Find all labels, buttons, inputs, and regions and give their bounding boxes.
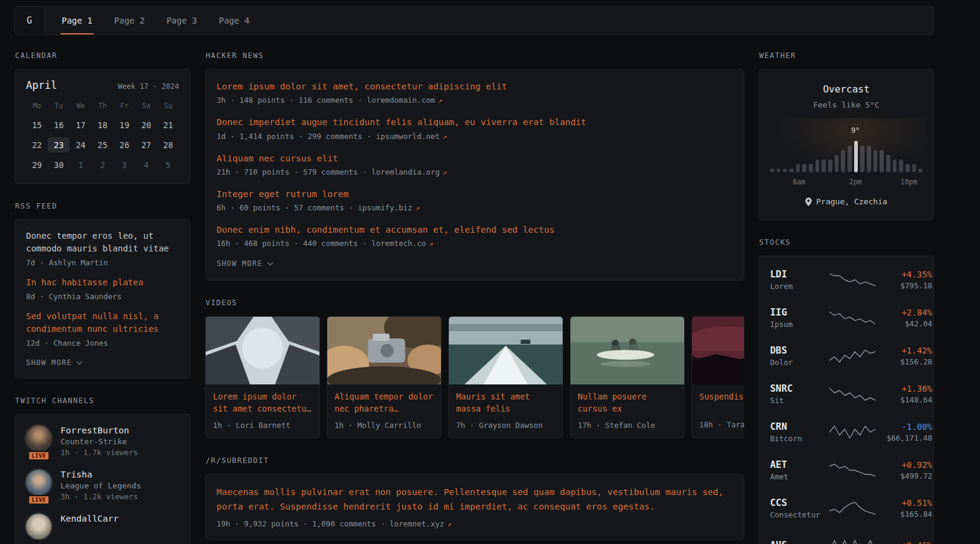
- tab-page-2[interactable]: Page 2: [111, 7, 148, 34]
- calendar-day: 20: [136, 117, 157, 132]
- stock-name: Bitcorn: [770, 434, 829, 443]
- channel-game: Counter-Strike: [60, 437, 138, 446]
- hn-story-link[interactable]: Aliquam nec cursus elit: [217, 152, 733, 164]
- rss-item: Sed volutpat nulla nisl, a condimentum n…: [26, 310, 179, 348]
- video-thumbnail[interactable]: [206, 317, 319, 384]
- hn-show-more-button[interactable]: SHOW MORE: [217, 259, 733, 268]
- section-title-subreddit: /R/SUBREDDIT: [206, 456, 743, 465]
- rss-item: In hac habitasse platea 8d · Cynthia Sau…: [26, 276, 179, 301]
- video-thumbnail[interactable]: [327, 317, 441, 384]
- hn-story: Donec enim nibh, condimentum et accumsan…: [217, 224, 733, 248]
- stock-change: +0.51%: [875, 498, 932, 508]
- stock-values: +0.92% $499.72: [875, 460, 932, 481]
- rss-card: Donec tempor eros leo, ut commodo mauris…: [15, 219, 191, 378]
- stock-row: AET Amet +0.92% $499.72: [770, 451, 923, 489]
- weather-widget: WEATHER Overcast Feels like 5°C 9° 6am 2…: [759, 51, 934, 220]
- stock-price: $499.72: [875, 471, 932, 481]
- stock-price: $148.64: [875, 395, 932, 404]
- app-logo[interactable]: G: [15, 7, 44, 34]
- calendar-day: 17: [70, 117, 91, 132]
- twitch-card: LIVE ForrestBurton Counter-Strike 1h · 1…: [15, 414, 191, 544]
- subreddit-post-link[interactable]: Maecenas mollis pulvinar erat non posuer…: [217, 485, 733, 514]
- stock-values: +0.46%: [875, 540, 932, 544]
- stock-change: -1.00%: [875, 422, 932, 432]
- calendar-day-next-month: 5: [157, 157, 179, 172]
- weekday-label: Fr: [114, 102, 136, 110]
- video-card: Nullam posuere cursus ex 17h · Stefan Co…: [570, 316, 685, 438]
- hn-story-domain-link[interactable]: ipsumify.biz↗: [358, 203, 420, 212]
- stock-name: Sit: [770, 396, 829, 405]
- hacker-news-card: Lorem ipsum dolor sit amet, consectetur …: [205, 69, 744, 280]
- channel-info: KendallCarr: [60, 514, 119, 539]
- stock-sparkline: [829, 272, 875, 288]
- hn-story-domain-link[interactable]: loremtech.co↗: [371, 239, 434, 248]
- video-thumbnail[interactable]: [449, 317, 563, 384]
- video-title-link[interactable]: Nullam posuere cursus ex: [570, 384, 684, 415]
- calendar-day: 19: [114, 117, 136, 132]
- rss-item-link[interactable]: Donec tempor eros leo, ut commodo mauris…: [26, 230, 179, 255]
- rss-item-link[interactable]: Sed volutpat nulla nisl, a condimentum n…: [26, 310, 179, 335]
- stock-sparkline: [829, 348, 875, 364]
- video-title-link[interactable]: Aliquam tempor dolor nec pharetra…: [327, 384, 441, 415]
- hn-story-link[interactable]: Lorem ipsum dolor sit amet, consectetur …: [217, 80, 733, 92]
- channel-name: KendallCarr: [60, 514, 119, 523]
- video-meta: 17h · Stefan Cole: [570, 415, 684, 438]
- video-thumbnail[interactable]: [692, 317, 744, 384]
- video-title-link[interactable]: Lorem ipsum dolor sit amet consectetu…: [206, 384, 319, 415]
- calendar-day: 27: [136, 137, 157, 152]
- calendar-week-year: Week 17 · 2024: [118, 82, 179, 91]
- weather-hourly-bars: 9°: [770, 126, 923, 172]
- tab-page-4[interactable]: Page 4: [216, 7, 253, 34]
- video-thumbnail[interactable]: [570, 317, 684, 384]
- stock-symbol: SNRC: [770, 383, 829, 394]
- stock-change: +1.42%: [875, 346, 932, 355]
- tab-page-3[interactable]: Page 3: [163, 7, 200, 34]
- middle-column: HACKER NEWS Lorem ipsum dolor sit amet, …: [205, 51, 744, 544]
- time-label: 10pm: [900, 178, 917, 186]
- calendar-day: 21: [157, 117, 179, 132]
- stock-name: Lorem: [770, 282, 829, 291]
- weather-peak-temp: 9°: [851, 126, 860, 135]
- video-title-link[interactable]: Mauris sit amet massa felis: [449, 384, 563, 415]
- stock-price: $66,171.48: [875, 433, 932, 442]
- channel-game: League of Legends: [60, 481, 141, 490]
- chevron-down-icon: [267, 260, 273, 266]
- hn-story-link[interactable]: Donec enim nibh, condimentum et accumsan…: [217, 224, 733, 236]
- calendar-day-selected: 23: [48, 137, 70, 152]
- twitch-channel[interactable]: LIVE Trisha League of Legends 3h · 1.2k …: [26, 470, 179, 501]
- stock-id: DBS Dolor: [770, 345, 829, 367]
- location-pin-icon: [805, 198, 812, 206]
- weekday-label: We: [70, 102, 91, 110]
- hn-story-link[interactable]: Integer eget rutrum lorem: [217, 188, 733, 200]
- rss-item-link[interactable]: In hac habitasse platea: [26, 276, 179, 289]
- twitch-channel[interactable]: LIVE ForrestBurton Counter-Strike 1h · 1…: [26, 426, 179, 457]
- weekday-label: Th: [91, 102, 113, 110]
- video-title-link[interactable]: Suspendisse diam: [692, 384, 744, 415]
- stock-sparkline: [829, 424, 875, 440]
- hn-story: Donec imperdiet augue tincidunt felis al…: [217, 116, 733, 140]
- stock-row: CRN Bitcorn -1.00% $66,171.48: [770, 413, 923, 451]
- hn-story-domain-link[interactable]: loremlandia.org↗: [371, 167, 447, 176]
- twitch-channel[interactable]: KendallCarr: [26, 514, 179, 539]
- external-link-icon: ↗: [438, 96, 442, 105]
- video-meta: 18h · Tara: [692, 415, 744, 437]
- rss-show-more-button[interactable]: SHOW MORE: [26, 358, 179, 367]
- calendar-weekday-row: Mo Tu We Th Fr Sa Su: [26, 102, 179, 110]
- tab-page-1[interactable]: Page 1: [59, 7, 96, 34]
- hn-story-domain-link[interactable]: loremdomain.com↗: [367, 96, 442, 105]
- hn-story-stats: 6h · 60 points · 57 comments ·: [217, 203, 353, 212]
- weather-location-label: Prague, Czechia: [816, 197, 887, 206]
- external-link-icon: ↗: [416, 204, 420, 212]
- weekday-label: Sa: [136, 102, 157, 110]
- hn-story-link[interactable]: Donec imperdiet augue tincidunt felis al…: [217, 116, 733, 128]
- calendar-day-next-month: 1: [70, 157, 91, 172]
- subreddit-domain-link[interactable]: loremnet.xyz↗: [390, 519, 452, 528]
- video-card: Aliquam tempor dolor nec pharetra… 1h · …: [327, 316, 442, 438]
- hn-story-domain-link[interactable]: ipsumworld.net↗: [376, 132, 447, 141]
- hn-story-stats: 21h · 710 points · 579 comments ·: [217, 167, 367, 176]
- hn-story-meta: 21h · 710 points · 579 comments · loreml…: [217, 167, 733, 176]
- hn-story-stats: 16h · 468 points · 440 comments ·: [217, 239, 367, 248]
- dashboard-columns: CALENDAR April Week 17 · 2024 Mo Tu We T…: [15, 51, 934, 544]
- right-column: WEATHER Overcast Feels like 5°C 9° 6am 2…: [759, 51, 934, 544]
- video-meta: 1h · Lori Barnett: [206, 415, 319, 438]
